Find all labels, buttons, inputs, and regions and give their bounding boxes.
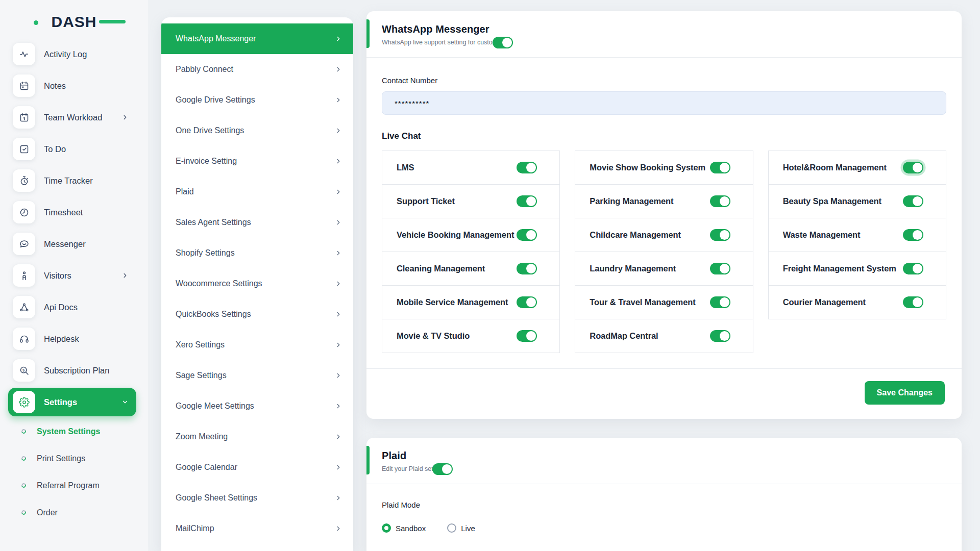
bullet-icon bbox=[21, 429, 27, 435]
toggle-hotel-room-management[interactable] bbox=[903, 162, 923, 173]
chevron-right-icon bbox=[121, 114, 129, 121]
sidebar-item-visitors[interactable]: Visitors bbox=[0, 260, 148, 291]
modules-column: Hotel&Room Management Beauty Spa Managem… bbox=[768, 151, 946, 319]
chevron-right-icon bbox=[335, 158, 342, 165]
settings-menu-item-quickbooks-settings[interactable]: QuickBooks Settings bbox=[161, 299, 353, 330]
chevron-right-icon bbox=[121, 272, 129, 279]
toggle-freight-management-system[interactable] bbox=[903, 263, 923, 274]
toggle-parking-management[interactable] bbox=[710, 195, 730, 207]
sidebar-item-helpdesk[interactable]: Helpdesk bbox=[0, 323, 148, 355]
toggle-movie-tv-studio[interactable] bbox=[517, 330, 537, 342]
toggle-knob bbox=[913, 297, 922, 307]
module-cell-childcare-management: Childcare Management bbox=[575, 218, 753, 252]
toggle-childcare-management[interactable] bbox=[710, 229, 730, 241]
chevron-right-icon bbox=[335, 35, 342, 42]
toggle-mobile-service-management[interactable] bbox=[517, 296, 537, 308]
module-cell-support-ticket: Support Ticket bbox=[382, 184, 560, 218]
settings-menu-item-mailchimp[interactable]: MailChimp bbox=[161, 513, 353, 544]
settings-menu-item-sales-agent-settings[interactable]: Sales Agent Settings bbox=[161, 207, 353, 238]
sidebar-subitem-print-settings[interactable]: Print Settings bbox=[0, 445, 148, 472]
contact-number-input[interactable] bbox=[382, 91, 946, 115]
settings-menu: WhatsApp Messenger Pabbly Connect Google… bbox=[161, 17, 353, 551]
sidebar-item-team-workload[interactable]: Team Workload bbox=[0, 102, 148, 133]
sidebar-item-timesheet[interactable]: Timesheet bbox=[0, 196, 148, 228]
sidebar-item-messenger[interactable]: Messenger bbox=[0, 228, 148, 260]
settings-menu-item-shopify-settings[interactable]: Shopify Settings bbox=[161, 238, 353, 268]
module-cell-vehicle-booking-management: Vehicle Booking Management bbox=[382, 218, 560, 252]
toggle-courier-management[interactable] bbox=[903, 296, 923, 308]
modules-column: Movie Show Booking System Parking Manage… bbox=[575, 151, 753, 353]
plaid-enabled-toggle[interactable] bbox=[432, 463, 453, 475]
settings-menu-item-woocommerce-settings[interactable]: Woocommerce Settings bbox=[161, 268, 353, 299]
sidebar-subitem-system-settings[interactable]: System Settings bbox=[0, 418, 148, 445]
contact-number-label: Contact Number bbox=[382, 76, 946, 85]
module-cell-waste-management: Waste Management bbox=[768, 218, 946, 252]
toggle-vehicle-booking-management[interactable] bbox=[517, 229, 537, 241]
sidebar-subitem-referral-program[interactable]: Referral Program bbox=[0, 472, 148, 499]
sidebar-item-subscription-plan[interactable]: $ Subscription Plan bbox=[0, 355, 148, 386]
settings-menu-item-whatsapp-messenger[interactable]: WhatsApp Messenger bbox=[161, 23, 353, 54]
settings-menu-item-e-invoice-setting[interactable]: E-invoice Setting bbox=[161, 146, 353, 177]
headset-icon bbox=[13, 328, 35, 350]
main-panels: WhatsApp Messenger WhatsApp live support… bbox=[366, 0, 962, 551]
app-logo[interactable]: DASH bbox=[36, 9, 112, 35]
toggle-waste-management[interactable] bbox=[903, 229, 923, 241]
gear-icon bbox=[13, 391, 35, 413]
stopwatch-icon bbox=[13, 169, 35, 192]
save-changes-button[interactable]: Save Changes bbox=[865, 381, 945, 405]
logo-dot-icon bbox=[34, 20, 38, 25]
settings-menu-item-google-calendar[interactable]: Google Calendar bbox=[161, 452, 353, 483]
settings-menu-item-google-meet-settings[interactable]: Google Meet Settings bbox=[161, 391, 353, 421]
accent-bar bbox=[366, 19, 370, 48]
chevron-right-icon bbox=[335, 494, 342, 502]
chevron-right-icon bbox=[335, 341, 342, 348]
modules-column: LMS Support Ticket Vehicle Booking Manag… bbox=[382, 151, 560, 353]
toggle-knob bbox=[720, 163, 729, 172]
radio-icon bbox=[382, 523, 391, 533]
sidebar-item-api-docs[interactable]: Api Docs bbox=[0, 291, 148, 323]
settings-menu-item-pabbly-connect[interactable]: Pabbly Connect bbox=[161, 54, 353, 85]
settings-menu-item-google-drive-settings[interactable]: Google Drive Settings bbox=[161, 85, 353, 115]
search-dollar-icon: $ bbox=[13, 359, 35, 382]
toggle-laundry-management[interactable] bbox=[710, 263, 730, 274]
settings-menu-item-zoom-meeting[interactable]: Zoom Meeting bbox=[161, 421, 353, 452]
module-cell-freight-management-system: Freight Management System bbox=[768, 252, 946, 286]
toggle-knob bbox=[526, 297, 536, 307]
plaid-mode-sandbox[interactable]: Sandbox bbox=[382, 523, 426, 533]
settings-menu-item-xero-settings[interactable]: Xero Settings bbox=[161, 330, 353, 360]
chat-icon bbox=[13, 233, 35, 255]
toggle-knob bbox=[526, 230, 536, 240]
toggle-roadmap-central[interactable] bbox=[710, 330, 730, 342]
settings-menu-item-one-drive-settings[interactable]: One Drive Settings bbox=[161, 115, 353, 146]
sidebar-item-notes[interactable]: Notes bbox=[0, 70, 148, 102]
bullet-icon bbox=[21, 456, 27, 462]
sidebar-item-time-tracker[interactable]: Time Tracker bbox=[0, 165, 148, 196]
sidebar-item-activity-log[interactable]: Activity Log bbox=[0, 38, 148, 70]
toggle-knob bbox=[913, 230, 922, 240]
whatsapp-enabled-toggle[interactable] bbox=[493, 37, 513, 48]
toggle-beauty-spa-management[interactable] bbox=[903, 195, 923, 207]
module-cell-parking-management: Parking Management bbox=[575, 184, 753, 218]
toggle-support-ticket[interactable] bbox=[517, 195, 537, 207]
sidebar-subitem-order[interactable]: Order bbox=[0, 499, 148, 526]
settings-menu-item-google-sheet-settings[interactable]: Google Sheet Settings bbox=[161, 483, 353, 513]
toggle-lms[interactable] bbox=[517, 162, 537, 173]
plaid-mode-label: Plaid Mode bbox=[382, 500, 946, 509]
chevron-right-icon bbox=[335, 525, 342, 532]
plaid-mode-live[interactable]: Live bbox=[447, 523, 475, 533]
toggle-movie-show-booking-system[interactable] bbox=[710, 162, 730, 173]
chevron-down-icon bbox=[121, 398, 129, 406]
toggle-knob bbox=[913, 264, 922, 273]
chevron-right-icon bbox=[335, 249, 342, 257]
settings-menu-item-sage-settings[interactable]: Sage Settings bbox=[161, 360, 353, 391]
sidebar-item-to-do[interactable]: To Do bbox=[0, 133, 148, 165]
chevron-right-icon bbox=[335, 188, 342, 195]
settings-menu-item-plaid[interactable]: Plaid bbox=[161, 177, 353, 207]
toggle-tour-travel-management[interactable] bbox=[710, 296, 730, 308]
module-cell-hotel-room-management: Hotel&Room Management bbox=[768, 151, 946, 185]
sidebar-item-settings[interactable]: Settings bbox=[8, 388, 136, 416]
toggle-knob bbox=[526, 196, 536, 206]
chevron-right-icon bbox=[335, 433, 342, 440]
activity-icon bbox=[13, 43, 35, 65]
toggle-cleaning-management[interactable] bbox=[517, 263, 537, 274]
